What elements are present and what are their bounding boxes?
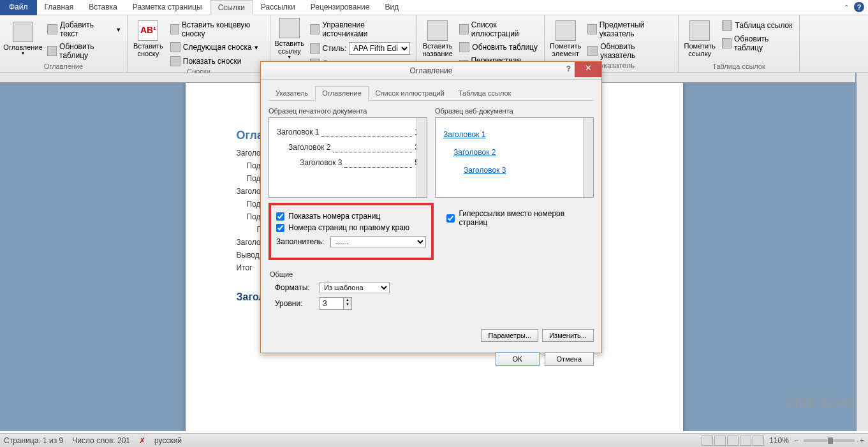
web-preview-link: Заголовок 1 — [443, 127, 585, 142]
citation-style-select[interactable]: Стиль: APA Fifth Edition — [307, 41, 413, 56]
dlg-tab-illustrations[interactable]: Список иллюстраций — [369, 86, 452, 100]
show-footnotes-button[interactable]: Показать сноски — [168, 55, 266, 68]
modify-button[interactable]: Изменить... — [542, 329, 594, 342]
levels-spinner[interactable]: ▲▼ — [320, 297, 352, 310]
manage-sources-button[interactable]: Управление источниками — [307, 19, 413, 40]
update-authorities-button[interactable]: Обновить таблицу — [719, 33, 795, 54]
print-preview: Заголовок 11 Заголовок 23 Заголовок 35 — [268, 117, 427, 198]
show-page-numbers-checkbox[interactable]: Показать номера страниц — [276, 212, 426, 221]
levels-label: Уровни: — [275, 299, 313, 308]
dialog-help-icon[interactable]: ? — [566, 64, 571, 73]
hyperlinks-checkbox[interactable]: Гиперссылки вместо номеров страниц — [446, 209, 594, 227]
list-illustrations-button[interactable]: Список иллюстраций — [457, 19, 540, 40]
dlg-tab-toc[interactable]: Оглавление — [315, 86, 368, 101]
view-print-layout-icon[interactable] — [702, 436, 713, 446]
dlg-tab-index[interactable]: Указатель — [268, 86, 315, 100]
toc-dialog: Оглавление ? ✕ Указатель Оглавление Спис… — [260, 61, 602, 353]
dialog-title: Оглавление — [410, 66, 453, 75]
ok-button[interactable]: ОК — [496, 352, 540, 366]
preview-scrollbar[interactable] — [416, 118, 427, 197]
mark-entry-button[interactable]: Пометить элемент — [548, 17, 582, 61]
tab-layout[interactable]: Разметка страницы — [125, 0, 210, 15]
watermark: club Sovet — [786, 393, 855, 412]
web-preview-link: Заголовок 2 — [453, 145, 585, 160]
update-toc-button[interactable]: Обновить таблицу — [45, 41, 123, 61]
dlg-tab-authorities[interactable]: Таблица ссылок — [452, 86, 519, 100]
ruler-corner — [857, 73, 868, 83]
zoom-out-button[interactable]: − — [794, 436, 798, 445]
file-tab[interactable]: Файл — [0, 0, 37, 15]
formats-label: Форматы: — [275, 283, 313, 292]
vertical-scrollbar[interactable] — [857, 83, 868, 431]
insert-index-button[interactable]: Предметный указатель — [585, 19, 674, 40]
toc-button[interactable]: Оглавление▼ — [4, 17, 42, 61]
leader-label: Заполнитель: — [276, 237, 324, 246]
tab-references[interactable]: Ссылки — [210, 0, 253, 15]
zoom-in-button[interactable]: + — [860, 436, 864, 445]
insert-caption-button[interactable]: Вставить название — [421, 17, 454, 61]
view-web-icon[interactable] — [727, 436, 739, 446]
group-toc-label: Оглавление — [4, 62, 123, 71]
style-dropdown[interactable]: APA Fifth Edition — [349, 42, 410, 55]
web-preview-label: Образец веб-документа — [435, 107, 594, 115]
status-language[interactable]: русский — [154, 436, 182, 445]
print-preview-label: Образец печатного документа — [268, 107, 427, 115]
cancel-button[interactable]: Отмена — [545, 352, 594, 366]
mark-citation-button[interactable]: Пометить ссылку — [682, 17, 717, 61]
next-footnote-button[interactable]: Следующая сноска ▾ — [168, 41, 266, 54]
web-preview: Заголовок 1 Заголовок 2 Заголовок 3 — [435, 117, 594, 198]
status-page[interactable]: Страница: 1 из 9 — [4, 436, 63, 445]
view-outline-icon[interactable] — [740, 436, 751, 446]
insert-footnote-button[interactable]: AB¹Вставить сноску — [131, 17, 165, 61]
right-align-numbers-checkbox[interactable]: Номера страниц по правому краю — [276, 223, 426, 232]
insert-citation-button[interactable]: Вставить ссылку▼ — [274, 17, 305, 61]
group-authorities-label: Таблица ссылок — [682, 62, 795, 71]
tab-insert[interactable]: Вставка — [81, 0, 125, 15]
formats-select[interactable]: Из шаблона — [320, 282, 390, 293]
general-section-label: Общие — [270, 270, 594, 278]
authorities-table-button[interactable]: Таблица ссылок — [719, 19, 795, 32]
status-wordcount[interactable]: Число слов: 201 — [72, 436, 130, 445]
zoom-level[interactable]: 110% — [769, 436, 789, 445]
tab-home[interactable]: Главная — [37, 0, 82, 15]
insert-endnote-button[interactable]: Вставить концевую сноску — [168, 19, 266, 40]
tab-view[interactable]: Вид — [377, 0, 406, 15]
status-proofing-icon[interactable]: ✗ — [139, 436, 145, 445]
tab-review[interactable]: Рецензирование — [303, 0, 378, 15]
options-button[interactable]: Параметры... — [481, 329, 538, 342]
tab-mailings[interactable]: Рассылки — [253, 0, 303, 15]
minimize-ribbon-icon[interactable]: ⌃ — [844, 4, 849, 11]
web-preview-link: Заголовок 3 — [464, 163, 585, 178]
dialog-close-button[interactable]: ✕ — [575, 62, 601, 77]
leader-select[interactable]: ....... — [330, 236, 426, 247]
zoom-slider[interactable] — [804, 439, 855, 442]
view-reading-icon[interactable] — [714, 436, 726, 446]
update-captions-button[interactable]: Обновить таблицу — [457, 41, 540, 54]
view-draft-icon[interactable] — [753, 436, 764, 446]
preview-scrollbar[interactable] — [583, 118, 593, 197]
update-index-button[interactable]: Обновить указатель — [585, 41, 674, 61]
add-text-button[interactable]: Добавить текст ▾ — [45, 19, 123, 40]
dialog-titlebar[interactable]: Оглавление ? ✕ — [261, 62, 601, 80]
help-icon[interactable]: ? — [854, 2, 864, 12]
